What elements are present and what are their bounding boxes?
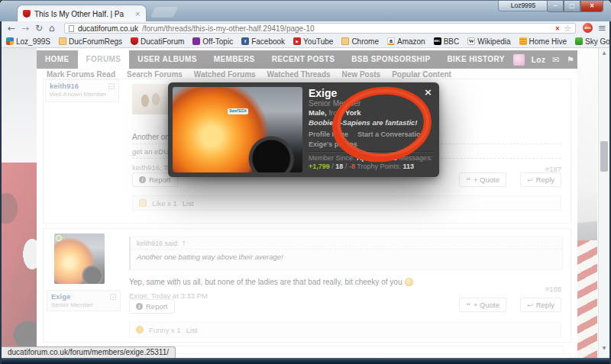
- author-link[interactable]: Exige: [51, 292, 110, 301]
- red-circle-annotation: [327, 84, 437, 168]
- grid-icon: [6, 37, 14, 45]
- wikipedia-icon: W: [467, 37, 475, 45]
- close-button[interactable]: ×: [580, 1, 603, 12]
- bookmark-bbc[interactable]: BBCBBC: [434, 37, 460, 46]
- bookmark-offtopic[interactable]: Off-Topic: [192, 37, 233, 46]
- subnav-popular-content[interactable]: Popular Content: [392, 70, 451, 79]
- post-number[interactable]: #188: [545, 285, 561, 293]
- author-title: Senior Member: [51, 301, 116, 308]
- browser-window: This Is My Other Half. | Pa × Loz9995 ─ …: [0, 0, 611, 364]
- title-bar: This Is My Other Half. | Pa × Loz9995 ─ …: [0, 0, 611, 21]
- nav-tab-user-albums[interactable]: USER ALBUMS: [129, 50, 205, 69]
- reaction-list-link[interactable]: List: [183, 199, 194, 208]
- author-box: keith916 + Well-Known Member: [45, 79, 119, 102]
- bookmark-star-icon[interactable]: ☆: [564, 24, 571, 33]
- url-path: /forum/threads/this-is-my-other-half.294…: [142, 24, 551, 33]
- subnav-watched-forums[interactable]: Watched Forums: [194, 70, 256, 79]
- bbc-icon: BBC: [434, 37, 441, 45]
- avg-extension-icon[interactable]: AVG: [583, 23, 593, 33]
- bookmark-ducatiforum[interactable]: DucatiForum: [131, 37, 184, 46]
- maximize-button[interactable]: □: [564, 1, 580, 12]
- status-bar-url: ducatiforum.co.uk/forum/members/exige.25…: [2, 346, 176, 358]
- nav-tab-bike-history[interactable]: BIKE HISTORY: [438, 50, 512, 69]
- profile-switcher-button[interactable]: Loz9995: [498, 1, 548, 11]
- new-tab-button[interactable]: [150, 7, 179, 18]
- alerts-flag-icon[interactable]: ⚑: [567, 55, 574, 65]
- reactions-bar: Like x 1 List: [132, 195, 561, 211]
- tab-close-icon[interactable]: ×: [134, 10, 141, 18]
- hive-icon: [519, 37, 527, 45]
- quote-button[interactable]: “ + Quote: [459, 172, 506, 187]
- home-icon[interactable]: ⌂: [49, 23, 55, 34]
- reply-arrow-icon: ↩: [527, 301, 533, 309]
- inbox-envelope-icon[interactable]: ✉: [552, 55, 560, 65]
- bookmark-amazon[interactable]: aAmazon: [387, 37, 425, 46]
- author-box: Exige + Senior Member: [47, 290, 121, 311]
- ducati-bike-background-image: [2, 163, 37, 358]
- bookmark-ducforumregs[interactable]: DucForumRegs: [59, 37, 122, 46]
- blocked-content-icon[interactable]: ×: [554, 25, 560, 32]
- address-bar[interactable]: ducatiforum.co.uk /forum/threads/this-is…: [64, 23, 576, 34]
- bookmark-loz999s[interactable]: Loz_999S: [6, 37, 50, 46]
- bookmark-chrome[interactable]: Chrome: [341, 37, 379, 46]
- bookmarks-bar: Loz_999S DucForumRegs DucatiForum Off-To…: [0, 35, 611, 48]
- whistling-emoji-icon: [405, 278, 413, 286]
- nav-tab-recent-posts[interactable]: RECENT POSTS: [263, 50, 344, 69]
- nav-tab-bsb-sponsorship[interactable]: BSB SPONSORSHIP: [343, 50, 438, 69]
- browser-tab[interactable]: This Is My Other Half. | Pa ×: [17, 5, 147, 22]
- logged-in-username[interactable]: Loz: [532, 56, 545, 64]
- bookmark-homehive[interactable]: Home Hive: [519, 37, 567, 46]
- subnav-mark-forums-read[interactable]: Mark Forums Read: [47, 70, 115, 79]
- post-188: Exige + Senior Member keith916 said: ↑ A…: [43, 228, 571, 343]
- post-body: Yep, same with us all, but none of the l…: [129, 278, 560, 286]
- exige-avatar[interactable]: [54, 234, 105, 284]
- nav-tab-home[interactable]: HOME: [37, 50, 78, 69]
- go-to-quoted-post-icon[interactable]: ↑: [181, 240, 187, 247]
- ducati-shield-icon: [131, 37, 138, 45]
- subnav-new-posts[interactable]: New Posts: [342, 70, 381, 79]
- subnav-search-forums[interactable]: Search Forums: [127, 70, 183, 79]
- tab-title: This Is My Other Half. | Pa: [34, 10, 131, 18]
- reaction-list-link[interactable]: List: [186, 326, 198, 334]
- page-icon: [69, 25, 74, 32]
- quote-button[interactable]: “ + Quote: [459, 298, 506, 312]
- background-left: [2, 48, 37, 358]
- reaction-summary: Like x 1: [152, 199, 177, 208]
- reply-button[interactable]: ↩ Reply: [520, 298, 561, 312]
- expand-user-icon[interactable]: +: [108, 83, 115, 89]
- reload-icon[interactable]: ↻: [35, 23, 43, 34]
- author-title: Well-Known Member: [50, 91, 115, 98]
- subnav-watched-threads[interactable]: Watched Threads: [267, 70, 331, 79]
- bookmark-wikipedia[interactable]: WWikipedia: [467, 37, 510, 46]
- nav-tab-forums[interactable]: FORUMS: [78, 50, 130, 69]
- page-scrollbar[interactable]: ▲ ▼: [598, 48, 609, 358]
- user-avatar[interactable]: [513, 54, 525, 66]
- expand-user-icon[interactable]: +: [110, 294, 116, 300]
- bookmark-skygo[interactable]: Sky Go: [575, 37, 610, 46]
- report-icon: i: [139, 176, 146, 183]
- scroll-up-icon[interactable]: ▲: [599, 50, 609, 55]
- reply-button[interactable]: ↩ Reply: [520, 172, 561, 187]
- menu-icon[interactable]: ≡: [598, 22, 606, 34]
- avatar-sticker-label: SureTECH: [228, 108, 248, 114]
- back-icon[interactable]: ←: [8, 23, 15, 34]
- bookmark-youtube[interactable]: ▶YouTube: [293, 37, 333, 46]
- minimize-button[interactable]: ─: [547, 1, 564, 12]
- forward-icon[interactable]: →: [21, 23, 29, 34]
- scroll-down-icon[interactable]: ▼: [599, 345, 609, 350]
- browser-toolbar: ← → ↻ ⌂ ducatiforum.co.uk /forum/threads…: [0, 21, 611, 35]
- quote-text: Another one batting way above their aver…: [131, 250, 562, 264]
- bookmark-facebook[interactable]: fFacebook: [241, 37, 285, 46]
- racetrack-curb-image: [577, 240, 597, 358]
- quote-marks-icon: “: [466, 178, 470, 182]
- report-button[interactable]: i Report: [129, 299, 175, 314]
- nav-tab-members[interactable]: MEMBERS: [205, 50, 263, 69]
- nav-user-area: Loz ✉ ⚑: [513, 54, 583, 66]
- author-link[interactable]: keith916: [50, 82, 108, 90]
- amazon-icon: a: [387, 37, 395, 45]
- reactions-bar: Funny x 1 List: [129, 322, 561, 337]
- member-avatar-image[interactable]: SureTECH: [173, 87, 302, 172]
- member-gender: Male,: [309, 108, 327, 117]
- scrollbar-thumb[interactable]: [600, 141, 608, 172]
- online-indicator: [56, 235, 62, 241]
